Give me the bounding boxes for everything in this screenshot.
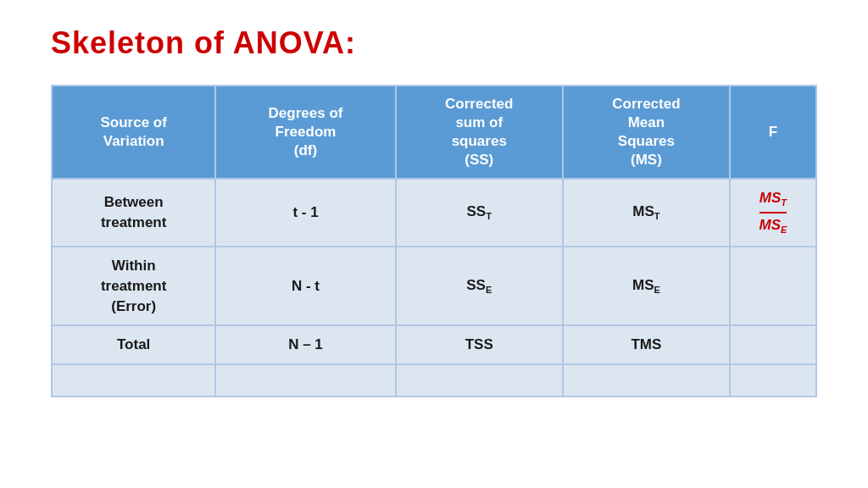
table-row: Betweentreatment t - 1 SST MST MST MSE	[52, 179, 816, 247]
table-row: Withintreatment(Error) N - t SSE MSE	[52, 247, 816, 325]
anova-table: Source ofVariation Degrees ofFreedom(df)…	[51, 85, 817, 397]
row2-df: N - t	[215, 247, 395, 325]
table-row: Total N – 1 TSS TMS	[52, 325, 816, 364]
row1-ms: MST	[563, 179, 730, 247]
row2-ms: MSE	[563, 247, 730, 325]
page-title: Skeleton of ANOVA:	[51, 25, 817, 61]
row1-ss: SST	[396, 179, 563, 247]
row4-df	[215, 364, 395, 396]
col-header-ss: Correctedsum ofsquares(SS)	[396, 86, 563, 179]
col-header-df: Degrees ofFreedom(df)	[215, 86, 395, 179]
col-header-f: F	[730, 86, 816, 179]
row4-f	[730, 364, 816, 396]
row2-f	[730, 247, 816, 325]
row2-source: Withintreatment(Error)	[52, 247, 215, 325]
row4-source	[52, 364, 215, 396]
row1-f: MST MSE	[730, 179, 816, 247]
row3-f	[730, 325, 816, 364]
row3-ss: TSS	[396, 325, 563, 364]
row1-source: Betweentreatment	[52, 179, 215, 247]
col-header-ms: CorrectedMeanSquares(MS)	[563, 86, 730, 179]
row4-ss	[396, 364, 563, 396]
row2-ss: SSE	[396, 247, 563, 325]
row3-df: N – 1	[215, 325, 395, 364]
row3-source: Total	[52, 325, 215, 364]
table-row-empty	[52, 364, 816, 396]
row1-df: t - 1	[215, 179, 395, 247]
row3-ms: TMS	[563, 325, 730, 364]
col-header-source: Source ofVariation	[52, 86, 215, 179]
row4-ms	[563, 364, 730, 396]
